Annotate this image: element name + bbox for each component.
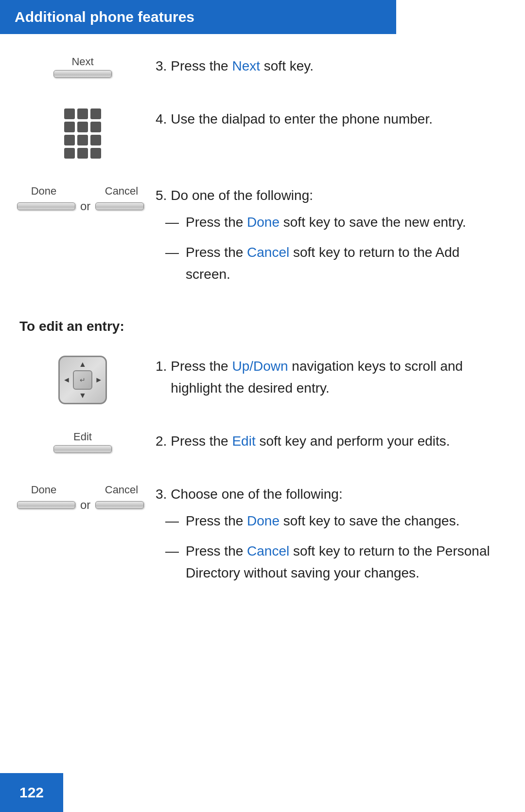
or-text-2: or	[80, 498, 90, 512]
step-5-bullet-1: — Press the Done soft key to save the ne…	[156, 212, 506, 234]
edit-step-2-line: 2. Press the Edit soft key and perform y…	[156, 431, 506, 452]
page-number: 122	[19, 784, 44, 801]
section-heading-edit: To edit an entry:	[19, 319, 506, 334]
header-bar: Additional phone features	[0, 0, 396, 34]
edit-step-3-intro-line: 3. Choose one of the following:	[156, 484, 506, 505]
step-3-icon-col: Next	[19, 54, 146, 78]
updown-highlight: Up/Down	[232, 359, 288, 374]
edit-step-3-bullet-2: — Press the Cancel soft key to return to…	[156, 541, 506, 584]
edit-step-3-icon-col: Done Cancel or	[19, 482, 146, 512]
pair-labels-row-2: Done Cancel	[17, 484, 148, 498]
step-5-intro-line: 5. Do one of the following:	[156, 185, 506, 207]
edit-step-1-icon-col: ▲ ▼ ◄ ► ↵	[19, 354, 146, 404]
next-button-wrap: Next	[53, 55, 112, 78]
edit-softkey-button[interactable]	[53, 445, 112, 453]
step-3-row: Next 3. Press the Next soft key.	[19, 54, 506, 82]
or-text-1: or	[80, 199, 90, 213]
main-content: Next 3. Press the Next soft key. 4. Use …	[0, 54, 525, 647]
done-softkey-2[interactable]	[17, 501, 75, 509]
edit-button-label: Edit	[73, 431, 92, 443]
done-softkey-1[interactable]	[17, 202, 75, 210]
step-5-row: Done Cancel or 5. Do one of the followin…	[19, 183, 506, 294]
edit-step-3-bullet-1: — Press the Done soft key to save the ch…	[156, 510, 506, 532]
done-highlight-2: Done	[247, 513, 280, 528]
step-3-line: 3. Press the Next soft key.	[156, 55, 506, 77]
done-cancel-pair-wrap-2: Done Cancel or	[17, 484, 148, 512]
nav-right-arrow: ►	[95, 376, 103, 384]
edit-highlight: Edit	[232, 433, 255, 449]
softkey-pair-1: or	[17, 199, 148, 213]
cancel-label-2: Cancel	[95, 484, 148, 496]
nav-up-arrow: ▲	[79, 360, 87, 369]
edit-step-3-text: 3. Choose one of the following: — Press …	[146, 482, 506, 593]
dialpad-icon	[64, 108, 101, 159]
step-4-row: 4. Use the dialpad to enter the phone nu…	[19, 107, 506, 159]
cancel-highlight-2: Cancel	[247, 543, 289, 559]
next-highlight: Next	[232, 58, 260, 73]
done-cancel-pair-wrap: Done Cancel or	[17, 185, 148, 213]
nav-center-button: ↵	[73, 370, 92, 390]
edit-step-1-row: ▲ ▼ ◄ ► ↵ 1. Press the Up/Down navigatio…	[19, 354, 506, 404]
edit-button-wrap: Edit	[53, 431, 112, 453]
nav-down-arrow: ▼	[79, 391, 87, 400]
softkey-pair-2: or	[17, 498, 148, 512]
step-4-line: 4. Use the dialpad to enter the phone nu…	[156, 108, 506, 130]
cancel-label-1: Cancel	[95, 185, 148, 198]
page-title: Additional phone features	[15, 9, 194, 25]
edit-step-2-row: Edit 2. Press the Edit soft key and perf…	[19, 429, 506, 457]
done-label-1: Done	[17, 185, 70, 198]
edit-step-3-row: Done Cancel or 3. Choose one of the foll…	[19, 482, 506, 593]
cancel-softkey-1[interactable]	[95, 202, 144, 210]
nav-cluster-icon: ▲ ▼ ◄ ► ↵	[58, 356, 107, 404]
done-label-2: Done	[17, 484, 70, 496]
done-highlight-1: Done	[247, 215, 280, 230]
cancel-softkey-2[interactable]	[95, 501, 144, 509]
next-button-label: Next	[71, 55, 93, 68]
step-3-text: 3. Press the Next soft key.	[146, 54, 506, 82]
step-5-text: 5. Do one of the following: — Press the …	[146, 183, 506, 294]
pair-labels-row: Done Cancel	[17, 185, 148, 199]
step-5-icon-col: Done Cancel or	[19, 183, 146, 213]
page-footer: 122	[0, 773, 63, 812]
step-4-icon-col	[19, 107, 146, 159]
step-4-text: 4. Use the dialpad to enter the phone nu…	[146, 107, 506, 135]
next-softkey-button[interactable]	[53, 70, 112, 78]
nav-left-arrow: ◄	[63, 376, 70, 384]
edit-step-1-text: 1. Press the Up/Down navigation keys to …	[146, 354, 506, 404]
edit-step-1-line: 1. Press the Up/Down navigation keys to …	[156, 356, 506, 399]
edit-step-2-icon-col: Edit	[19, 429, 146, 453]
step-5-bullet-2: — Press the Cancel soft key to return to…	[156, 242, 506, 286]
cancel-highlight-1: Cancel	[247, 245, 289, 260]
edit-step-2-text: 2. Press the Edit soft key and perform y…	[146, 429, 506, 457]
